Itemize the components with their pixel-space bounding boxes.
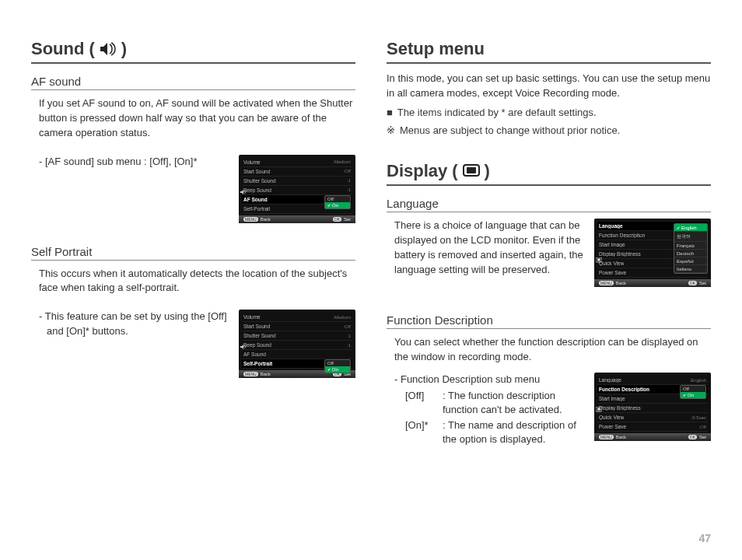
self-portrait-sub-line1: - This feature can be set by using the [… <box>39 310 228 324</box>
function-description-submenu: - Function Description sub menu [Off] : … <box>394 373 583 447</box>
lcd-menu-label: Display Brightness <box>599 251 641 257</box>
lcd-menu-row: Shutter Sound:1 <box>242 177 352 186</box>
lcd-menu-label: Start Image <box>599 242 625 247</box>
fd-off-key: [Off] <box>405 389 438 417</box>
lcd-menu-label: Volume <box>243 159 261 165</box>
lcd-back-label: Back <box>616 435 626 439</box>
lcd-option: English <box>674 224 707 232</box>
lcd-menu-row: Power Save:Off <box>597 422 708 432</box>
display-icon <box>463 164 480 178</box>
function-description-subheading: Function Description <box>387 313 711 329</box>
lcd-function-description: Language:EnglishFunction DescriptionStar… <box>594 373 711 441</box>
svg-rect-1 <box>467 167 476 173</box>
fd-menu-label: - Function Description sub menu <box>394 373 583 387</box>
lcd-footer: MENUBackOKSet <box>239 215 355 223</box>
self-portrait-subheading: Self Portrait <box>31 245 355 261</box>
lcd-set-label: Set <box>699 435 706 439</box>
lcd-option: On <box>681 392 705 398</box>
lcd-menu-label: Function Description <box>599 387 649 392</box>
lcd-option: On <box>325 366 350 373</box>
lcd-menu-value: :Off <box>343 169 351 173</box>
sound-heading-text: Sound <box>31 39 84 59</box>
lcd-option: Español <box>674 257 707 265</box>
lcd-menu-row: Start Sound:Off <box>242 322 352 331</box>
lcd-menu-row: Shutter Sound:1 <box>242 331 352 341</box>
setup-menu-body: In this mode, you can set up basic setti… <box>387 72 711 101</box>
lcd-set-pill: OK <box>688 281 697 285</box>
lcd-menu-row: Quick View:0.5sec <box>597 413 708 422</box>
lcd-back-pill: MENU <box>599 281 614 285</box>
lcd-language: LanguageFunction DescriptionStart ImageD… <box>594 219 711 287</box>
af-sound-subheading: AF sound <box>31 75 355 90</box>
lcd-category-icon <box>240 344 247 350</box>
lcd-menu-label: Language <box>599 223 623 229</box>
lcd-menu-row: Display Brightness <box>597 404 708 413</box>
self-portrait-body: This occurs when it automatically detect… <box>39 267 355 296</box>
lcd-menu-row: Beep Sound:1 <box>242 341 352 350</box>
lcd-menu-row: Language:English <box>597 376 708 385</box>
left-column: Sound ( ) AF sound If you set AF sound t… <box>31 39 355 447</box>
lcd-menu-label: Start Sound <box>243 169 270 174</box>
fd-on-key: [On]* <box>405 418 438 446</box>
self-portrait-submenu: - This feature can be set by using the [… <box>39 310 228 339</box>
display-heading-text: Display <box>387 161 447 181</box>
lcd-menu-label: Shutter Sound <box>243 178 276 184</box>
lcd-menu-row: Volume:Medium <box>242 158 352 167</box>
lcd-menu-value: :0.5sec <box>691 415 706 420</box>
square-bullet-icon: ■ <box>387 106 393 121</box>
lcd-menu-value: :Medium <box>333 315 351 320</box>
lcd-menu-label: Self-Portrait <box>243 361 272 366</box>
lcd-menu-label: Start Sound <box>243 324 270 329</box>
lcd-menu-label: Volume <box>243 314 261 320</box>
lcd-set-button: OKSet <box>688 281 706 285</box>
lcd-set-pill: OK <box>333 217 341 222</box>
lcd-menu-row: AF Sound <box>242 350 352 359</box>
setup-menu-heading: Setup menu <box>387 39 711 64</box>
lcd-option: Off <box>681 386 705 392</box>
language-subheading: Language <box>387 197 711 212</box>
lcd-back-button: MENUBack <box>243 217 271 222</box>
lcd-back-label: Back <box>261 372 271 376</box>
lcd-category-icon <box>596 407 602 413</box>
lcd-menu-value: :Off <box>698 425 706 429</box>
language-body: There is a choice of language that can b… <box>394 219 583 277</box>
lcd-option: Off <box>325 196 350 202</box>
lcd-category-icon <box>240 189 247 195</box>
page-number: 47 <box>698 532 711 544</box>
lcd-back-button: MENUBack <box>599 435 626 439</box>
lcd-af-sound: Volume:MediumStart Sound:OffShutter Soun… <box>239 155 355 223</box>
lcd-option: Italiano <box>674 265 707 273</box>
lcd-option: 한국어 <box>674 232 707 242</box>
lcd-menu-label: AF Sound <box>243 197 268 202</box>
lcd-menu-value: :1 <box>347 178 351 183</box>
lcd-set-pill: OK <box>688 435 697 439</box>
lcd-option: Off <box>325 360 350 366</box>
lcd-menu-row: Start Sound:Off <box>242 167 352 177</box>
lcd-menu-label: Power Save <box>599 424 626 429</box>
setup-note-defaults: The items indicated by * are default set… <box>397 106 597 121</box>
lcd-set-button: OKSet <box>333 217 351 222</box>
paren-close: ) <box>121 39 127 59</box>
af-sound-body: If you set AF sound to on, AF sound will… <box>39 96 355 141</box>
fd-off-val: : The function description function can'… <box>443 389 583 417</box>
svg-rect-5 <box>597 408 600 411</box>
paren-close: ) <box>485 161 490 181</box>
lcd-menu-label: Beep Sound <box>243 342 271 348</box>
lcd-option: Français <box>674 242 707 250</box>
lcd-menu-label: Shutter Sound <box>243 333 276 338</box>
lcd-menu-label: Power Save <box>599 270 626 275</box>
lcd-footer: MENUBackOKSet <box>594 433 711 441</box>
lcd-menu-label: Quick View <box>599 261 624 266</box>
lcd-option: On <box>325 202 350 208</box>
function-description-body: You can select whether the function desc… <box>394 335 711 365</box>
lcd-menu-value: :Off <box>343 324 351 329</box>
lcd-option: Deutsch <box>674 250 707 257</box>
lcd-menu-label: Display Brightness <box>599 405 641 411</box>
lcd-menu-value: :English <box>690 378 706 383</box>
lcd-back-button: MENUBack <box>599 281 626 285</box>
lcd-self-portrait: Volume:MediumStart Sound:OffShutter Soun… <box>239 310 355 378</box>
speaker-icon <box>100 42 117 56</box>
lcd-menu-label: Self-Portrait <box>243 206 270 212</box>
lcd-menu-value: :1 <box>347 187 351 192</box>
lcd-menu-value: :1 <box>347 343 351 348</box>
